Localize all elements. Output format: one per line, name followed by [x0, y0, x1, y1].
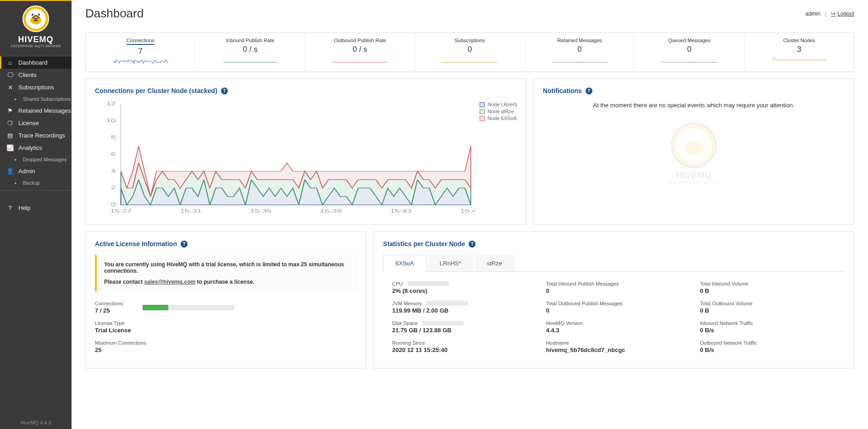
chevron-icon: ▸: [12, 97, 19, 101]
stat-inbound-vol: Total Inbound Volume 0 B: [700, 281, 835, 294]
legend-item[interactable]: Node LRnHS: [480, 102, 517, 107]
svg-text:2: 2: [111, 185, 116, 190]
sidebar-item-trace-recordings[interactable]: ▤Trace Recordings: [0, 129, 72, 142]
connections-progress: [143, 305, 234, 310]
sidebar-item-subscriptions[interactable]: ⤨Subscriptions: [0, 81, 72, 94]
stat-queued[interactable]: Queued Messages 0: [635, 33, 744, 72]
stat-running-since: Running Since 2020 12 11 15:25:40: [392, 340, 528, 353]
sidebar-item-admin[interactable]: 👤Admin: [0, 165, 72, 177]
nav-label: Clients: [18, 72, 37, 78]
svg-text:15:27: 15:27: [110, 209, 132, 214]
nav-label: Dashboard: [18, 59, 48, 66]
shuffle-icon: ⤨: [6, 84, 14, 91]
sparkline-icon: [772, 57, 827, 68]
watermark-logo-icon: HIVEMQ ENTERPRISE MQTT BROKER: [543, 122, 845, 185]
sidebar-item-license[interactable]: ❍License: [0, 117, 72, 129]
stat-subscriptions[interactable]: Subscriptions 0: [415, 33, 525, 72]
sales-email-link[interactable]: sales@hivemq.com: [144, 279, 195, 285]
legend-item[interactable]: Node stRze: [480, 109, 517, 114]
stat-cluster-nodes[interactable]: Cluster Nodes 3: [745, 33, 854, 72]
svg-text:15:43: 15:43: [390, 209, 412, 214]
sidebar-item-dropped-messages[interactable]: ▸Dropped Messages: [0, 154, 72, 165]
cluster-tab[interactable]: 6XSoA: [383, 255, 426, 272]
nav-label: License: [18, 120, 39, 126]
logout-link[interactable]: ↪Logout: [831, 11, 854, 17]
svg-text:12: 12: [106, 102, 116, 106]
nav-label: Trace Recordings: [18, 132, 65, 139]
svg-text:15:35: 15:35: [250, 209, 271, 214]
sparkline-icon: [113, 59, 168, 70]
logout-icon: ↪: [831, 11, 835, 17]
stat-hivemq-version: HiveMQ Version 4.4.3: [546, 320, 682, 334]
monitor-icon: 🖵: [6, 72, 14, 78]
notification-message: At the moment there are no special event…: [543, 102, 845, 109]
sidebar-item-shared-subscriptions[interactable]: ▸Shared Subscriptions: [0, 94, 72, 104]
sidebar-item-dashboard[interactable]: ⌂Dashboard: [0, 56, 72, 69]
home-icon: ⌂: [6, 59, 14, 66]
stat-outbound-publish[interactable]: Outbound Publish Rate 0 / s: [305, 33, 415, 72]
max-connections-row: Maximum Connections 25: [95, 340, 357, 353]
svg-text:10: 10: [106, 118, 116, 123]
nav-label: Shared Subscriptions: [23, 96, 71, 102]
cluster-tab[interactable]: stRze: [475, 255, 514, 271]
svg-text:15:39: 15:39: [320, 209, 342, 214]
sidebar-item-backup[interactable]: ▸Backup: [0, 177, 72, 188]
chart-plot-area: 02468101215:2715:3115:3515:3915:4315:47: [95, 102, 475, 216]
chart-icon: 📈: [6, 144, 14, 151]
stat-inbound-net: Inbound Network Traffic 0 B/s: [700, 320, 835, 334]
page-title: Dashboard: [85, 6, 144, 21]
svg-text:15:31: 15:31: [180, 209, 202, 214]
license-alert: You are currently using HiveMQ with a tr…: [95, 255, 357, 292]
license-type-row: License Type Trial License: [95, 320, 357, 334]
nav-label: Admin: [18, 168, 35, 175]
sidebar-item-help[interactable]: ?Help: [0, 202, 72, 214]
legend-item[interactable]: Node 6XSoA: [480, 116, 517, 121]
chart-legend: Node LRnHSNode stRzeNode 6XSoA: [480, 102, 517, 216]
help-icon[interactable]: ?: [586, 88, 592, 94]
sidebar-item-retained-messages[interactable]: ⚑Retained Messages: [0, 104, 72, 117]
sparkline-icon: [223, 57, 278, 68]
version-text: HiveMQ 4.4.3: [0, 420, 72, 425]
nav-label: Dropped Messages: [23, 157, 66, 162]
sidebar-nav: ⌂Dashboard 🖵Clients ⤨Subscriptions ▸Shar…: [0, 56, 72, 188]
stat-outbound-vol: Total Outbound Volume 0 B: [700, 301, 835, 314]
svg-rect-5: [34, 18, 38, 19]
hivemq-logo-icon: [22, 6, 49, 32]
stat-connections[interactable]: Connections 7: [86, 33, 195, 72]
panel-title: Active License Information: [95, 240, 177, 248]
brand-subtitle: ENTERPRISE MQTT BROKER: [5, 44, 67, 48]
help-icon: ?: [6, 204, 14, 211]
stat-disk: Disk Space 21.75 GB / 123.88 GB: [392, 320, 528, 334]
stat-hostname: Hostname hivemq_5b76dc8cd7_nbcgc: [546, 340, 682, 353]
panel-cluster-stats: Statistics per Cluster Node? 6XSoALRnHS*…: [373, 231, 854, 368]
cluster-tab[interactable]: LRnHS*: [427, 255, 474, 271]
stat-cpu: CPU 2% (8 cores): [392, 281, 528, 294]
svg-text:4: 4: [111, 168, 116, 173]
svg-point-3: [32, 14, 33, 16]
nav-label: Help: [18, 204, 31, 211]
panel-connections-chart: Connections per Cluster Node (stacked)? …: [85, 78, 527, 225]
username: admin: [805, 11, 820, 17]
stat-inbound-msgs: Total Inbound Publish Messages 0: [546, 281, 682, 294]
brand-name: HIVEMQ: [5, 35, 67, 44]
user-bar: admin | ↪Logout: [805, 11, 854, 17]
svg-text:0: 0: [111, 202, 116, 207]
help-icon[interactable]: ?: [221, 88, 228, 94]
help-icon[interactable]: ?: [469, 241, 475, 248]
svg-point-4: [38, 14, 40, 16]
sparkline-icon: [552, 57, 607, 68]
brand-logo: HIVEMQ ENTERPRISE MQTT BROKER: [0, 1, 72, 56]
stat-inbound-publish[interactable]: Inbound Publish Rate 0 / s: [195, 33, 305, 72]
help-icon[interactable]: ?: [181, 241, 188, 248]
svg-text:8: 8: [111, 135, 116, 140]
stat-retained[interactable]: Retained Messages 0: [525, 33, 635, 72]
sidebar-item-analytics[interactable]: 📈Analytics: [0, 142, 72, 154]
chevron-icon: ▸: [12, 157, 19, 162]
license-connections-row: Connections 7 / 25: [95, 301, 357, 314]
sparkline-icon: [662, 57, 717, 68]
recording-icon: ▤: [6, 132, 14, 139]
nav-label: Subscriptions: [18, 84, 54, 91]
sidebar-item-clients[interactable]: 🖵Clients: [0, 69, 72, 81]
stat-outbound-net: Outbound Network Traffic 0 B/s: [700, 340, 835, 353]
cluster-tabs: 6XSoALRnHS*stRze: [383, 255, 845, 272]
